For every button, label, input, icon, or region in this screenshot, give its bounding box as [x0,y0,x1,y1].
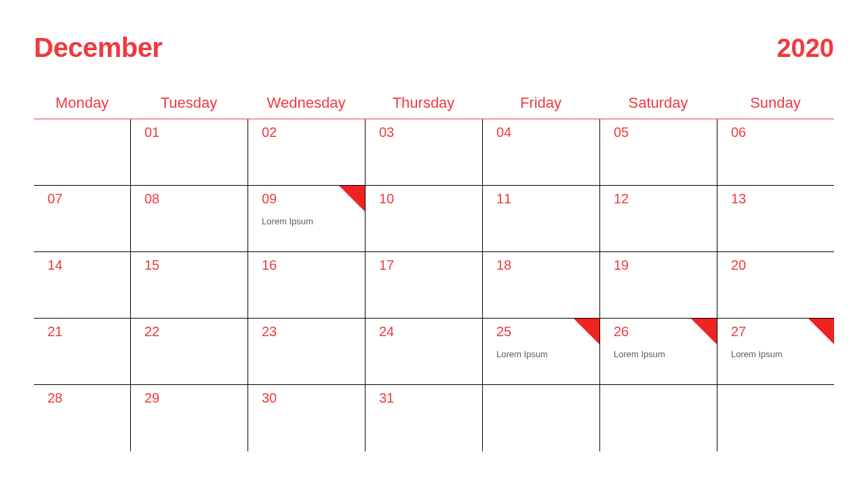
day-cell[interactable] [482,385,599,451]
day-number: 17 [379,258,482,273]
day-number: 07 [47,191,130,207]
day-note: Lorem Ipsum [731,349,834,359]
day-number: 01 [144,125,248,140]
day-number: 24 [379,324,482,340]
day-number: 22 [144,324,248,340]
day-cell[interactable]: 31 [365,385,482,451]
calendar-page: December 2020 Monday Tuesday Wednesday T… [0,0,868,451]
day-number: 18 [496,258,599,273]
day-number: 21 [47,324,130,340]
day-cell[interactable]: 04 [482,119,599,186]
day-number: 15 [144,258,248,273]
day-note: Lorem Ipsum [614,349,717,359]
weekday-header: Saturday [599,90,717,119]
event-marker-icon [808,319,834,344]
day-cell[interactable]: 24 [365,319,482,385]
day-number: 02 [262,125,365,140]
weekday-header: Tuesday [130,90,248,119]
day-cell[interactable]: 02 [248,119,365,186]
day-number: 23 [262,324,365,340]
day-cell[interactable]: 21 [34,319,130,385]
day-cell[interactable]: 20 [717,252,834,319]
day-cell[interactable]: 16 [248,252,365,319]
calendar-header: December 2020 [34,33,834,63]
day-cell[interactable]: 30 [248,385,365,451]
day-cell[interactable]: 19 [599,252,717,319]
event-marker-icon [691,319,717,344]
day-cell[interactable] [717,385,834,451]
day-cell[interactable]: 06 [717,119,834,186]
day-cell[interactable]: 05 [599,119,717,186]
weekday-header-row: Monday Tuesday Wednesday Thursday Friday… [34,90,834,119]
day-note: Lorem Ipsum [496,349,599,359]
day-cell[interactable] [34,119,130,186]
day-cell[interactable]: 22 [130,319,248,385]
day-number: 10 [379,191,482,207]
day-number: 13 [731,191,834,207]
month-title: December [34,33,162,63]
day-number: 08 [144,191,248,207]
weekday-header: Friday [482,90,599,119]
day-cell[interactable]: 08 [130,186,248,252]
day-cell[interactable]: 26Lorem Ipsum [599,319,717,385]
day-cell[interactable]: 12 [599,186,717,252]
weekday-header: Sunday [717,90,834,119]
day-cell[interactable]: 09Lorem Ipsum [248,186,365,252]
day-cell[interactable] [599,385,717,451]
day-number: 05 [614,125,717,140]
day-cell[interactable]: 27Lorem Ipsum [717,319,834,385]
weekday-header: Thursday [365,90,482,119]
day-cell[interactable]: 25Lorem Ipsum [482,319,599,385]
day-number: 11 [496,191,599,207]
day-cell[interactable]: 18 [482,252,599,319]
day-number: 29 [144,390,248,406]
weekday-header: Monday [34,90,130,119]
day-number: 06 [731,125,834,140]
day-cell[interactable]: 01 [130,119,248,186]
weekday-header: Wednesday [248,90,365,119]
day-number: 30 [262,390,365,406]
day-number: 19 [614,258,717,273]
year-title: 2020 [776,34,834,63]
day-cell[interactable]: 10 [365,186,482,252]
day-cell[interactable]: 23 [248,319,365,385]
day-cell[interactable]: 13 [717,186,834,252]
day-note: Lorem Ipsum [262,216,365,226]
day-number: 03 [379,125,482,140]
day-cell[interactable]: 17 [365,252,482,319]
event-marker-icon [574,319,599,344]
day-number: 20 [731,258,834,273]
day-cell[interactable]: 15 [130,252,248,319]
day-number: 28 [47,390,130,406]
day-cell[interactable]: 03 [365,119,482,186]
day-number: 31 [379,390,482,406]
day-cell[interactable]: 11 [482,186,599,252]
day-number: 12 [614,191,717,207]
day-number: 16 [262,258,365,273]
day-number: 14 [47,258,130,273]
day-cell[interactable]: 28 [34,385,130,451]
calendar: Monday Tuesday Wednesday Thursday Friday… [34,90,834,451]
day-cell[interactable]: 29 [130,385,248,451]
day-cell[interactable]: 07 [34,186,130,252]
calendar-grid: 010203040506070809Lorem Ipsum10111213141… [34,119,834,451]
event-marker-icon [339,186,365,211]
day-number: 04 [496,125,599,140]
day-cell[interactable]: 14 [34,252,130,319]
